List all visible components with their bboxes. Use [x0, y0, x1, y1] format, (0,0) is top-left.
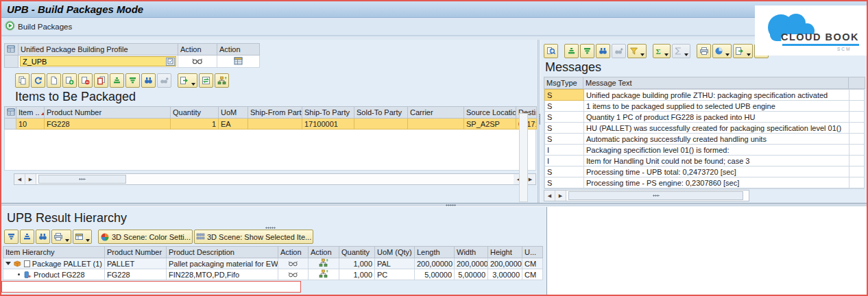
col-header-quantity[interactable]: Quantity: [339, 247, 375, 258]
col-header-carrier[interactable]: Carrier: [408, 107, 464, 119]
delete-row-button[interactable]: [78, 73, 93, 88]
hierarchy-row-package[interactable]: Package PALLET (1) PALLET Pallet packagi…: [3, 258, 543, 269]
col-header-unit[interactable]: U...: [522, 247, 543, 258]
message-row[interactable]: IPackaging specifiction level 01() is fo…: [545, 145, 865, 156]
layout-button[interactable]: [73, 230, 92, 244]
assign-packaging-button[interactable]: [215, 73, 229, 88]
col-header-sold-to[interactable]: Sold-To Party: [354, 107, 408, 119]
scene-color-settings-button[interactable]: 3D Scene: Color Setti...: [98, 230, 193, 244]
scrollbar-thumb[interactable]: [38, 175, 126, 184]
sort-ascending-button[interactable]: [20, 230, 34, 244]
message-row[interactable]: SAutomatic packing successfully created …: [545, 134, 865, 145]
sort-ascending-button[interactable]: [110, 73, 124, 88]
message-row[interactable]: SProcessing time - PS engine: 0,2307860 …: [545, 177, 865, 188]
col-header-ship-to[interactable]: Ship-To Party: [302, 107, 354, 119]
col-header-height[interactable]: Height: [488, 247, 522, 258]
cloudbook-logo: CLOUD BOOK SCM: [755, 5, 867, 56]
refresh-button[interactable]: [199, 73, 213, 88]
subtotals-button[interactable]: [672, 44, 690, 58]
col-header-msgtype[interactable]: MsgType: [544, 77, 583, 89]
col-header-item[interactable]: Item ..: [16, 107, 45, 119]
message-row[interactable]: SUnified package building profile ZTHU: …: [545, 90, 865, 101]
col-header-source-location[interactable]: Source Location: [464, 107, 516, 119]
col-header-ship-from[interactable]: Ship-From Party: [248, 107, 302, 119]
col-header-uom[interactable]: UoM: [219, 107, 248, 119]
col-header-product-description[interactable]: Product Description: [167, 247, 278, 258]
col-header-product-number[interactable]: Product Number: [105, 247, 167, 258]
execute-icon[interactable]: [5, 21, 15, 32]
copy-row-button[interactable]: [94, 73, 108, 88]
scroll-left-icon[interactable]: ◀: [14, 174, 25, 184]
create-button[interactable]: [47, 73, 61, 88]
find-button[interactable]: [36, 230, 50, 244]
profile-input[interactable]: [23, 58, 166, 66]
display-action-button[interactable]: [278, 258, 309, 269]
views-button[interactable]: [712, 44, 732, 58]
table-config-icon[interactable]: [5, 44, 19, 56]
col-header-product-number[interactable]: Product Number: [45, 107, 171, 119]
action-column-header[interactable]: Action: [178, 44, 217, 56]
col-header-action[interactable]: Action: [309, 247, 339, 258]
display-glasses-icon: [288, 271, 298, 278]
items-vertical-scrollbar[interactable]: [519, 113, 528, 202]
hierarchy-action-button[interactable]: [309, 269, 339, 280]
scrollbar-thumb[interactable]: [568, 191, 743, 200]
splitter-grip[interactable]: [265, 227, 276, 229]
sort-descending-button[interactable]: [4, 230, 19, 244]
col-header-action[interactable]: Action: [278, 247, 309, 258]
row-selector[interactable]: [5, 56, 19, 68]
sort-descending-button[interactable]: [125, 73, 140, 88]
col-header-length[interactable]: Length: [415, 247, 455, 258]
hierarchy-row-product[interactable]: Product FG228 FG228 FIN228,MTO,PD,Fifo 1…: [3, 269, 543, 280]
print-button[interactable]: [51, 230, 71, 244]
find-next-button[interactable]: [157, 73, 171, 88]
find-next-button[interactable]: [612, 44, 626, 58]
col-header-message-text[interactable]: Message Text: [583, 77, 849, 89]
details-button[interactable]: [544, 44, 558, 58]
sort-descending-button[interactable]: [580, 44, 594, 58]
col-header-item-hierarchy[interactable]: Item Hierarchy: [3, 247, 105, 258]
row-checkbox[interactable]: [24, 260, 30, 267]
table-config-icon[interactable]: [5, 107, 16, 119]
build-packages-button[interactable]: Build Packages: [18, 23, 72, 31]
scene-show-selected-button[interactable]: 3D Scene: Show Selected Ite...: [194, 230, 313, 244]
empty-entry-highlight: [1, 281, 301, 293]
col-header-width[interactable]: Width: [455, 247, 488, 258]
export-button[interactable]: [178, 73, 197, 88]
filter-button[interactable]: [627, 44, 647, 58]
msg-text: Packaging specifiction level 01() is for…: [584, 145, 849, 156]
message-row[interactable]: S1 items to be packaged supplied to sele…: [545, 101, 865, 112]
message-row[interactable]: SHU (PALLET) was successfully created fo…: [545, 123, 865, 134]
message-row[interactable]: IItem for Handling Unit could not be fou…: [545, 156, 865, 166]
find-button[interactable]: [141, 73, 156, 88]
export-button[interactable]: [733, 44, 753, 58]
action-column-header[interactable]: Action: [217, 44, 260, 56]
scroll-left-icon[interactable]: ◀: [544, 190, 555, 201]
find-button[interactable]: [596, 44, 610, 58]
message-row[interactable]: SQuantity 1 PC of product FG228 is packe…: [545, 112, 865, 123]
col-header-uom-qty[interactable]: UoM (Qty): [375, 247, 415, 258]
list-action-button[interactable]: [217, 56, 260, 68]
items-horizontal-scrollbar[interactable]: ◀ ▶ ◀ ▶: [14, 173, 536, 185]
message-row[interactable]: SProcessing time - UPB total: 0,2473720 …: [545, 166, 865, 177]
items-table-row[interactable]: 10 FG228 1 EA 17100001 SP_A2SP 00171: [5, 119, 537, 130]
copy-button[interactable]: [15, 73, 29, 88]
profile-column-header[interactable]: Unified Package Building Profile: [19, 44, 178, 56]
collapse-caret-icon[interactable]: [5, 262, 11, 265]
insert-row-button[interactable]: [62, 73, 77, 88]
display-action-button[interactable]: [178, 56, 217, 68]
scroll-right-icon[interactable]: ▶: [25, 174, 36, 184]
matchcode-icon[interactable]: [166, 58, 175, 66]
undo-button[interactable]: [31, 73, 45, 88]
cell-length: 5,00000: [415, 269, 455, 280]
sum-button[interactable]: Σ: [653, 44, 671, 58]
messages-horizontal-scrollbar[interactable]: ◀ ▶: [544, 190, 749, 201]
scroll-right-icon[interactable]: ▶: [555, 190, 566, 201]
message-row[interactable]: SProcessing time - UPB internal: 0,01626…: [545, 188, 865, 190]
sort-ascending-button[interactable]: [564, 44, 579, 58]
col-header-quantity[interactable]: Quantity: [171, 107, 219, 119]
display-action-button[interactable]: [278, 269, 309, 280]
row-selector[interactable]: [5, 119, 16, 130]
hierarchy-action-button[interactable]: [309, 258, 339, 269]
print-button[interactable]: [697, 44, 711, 58]
